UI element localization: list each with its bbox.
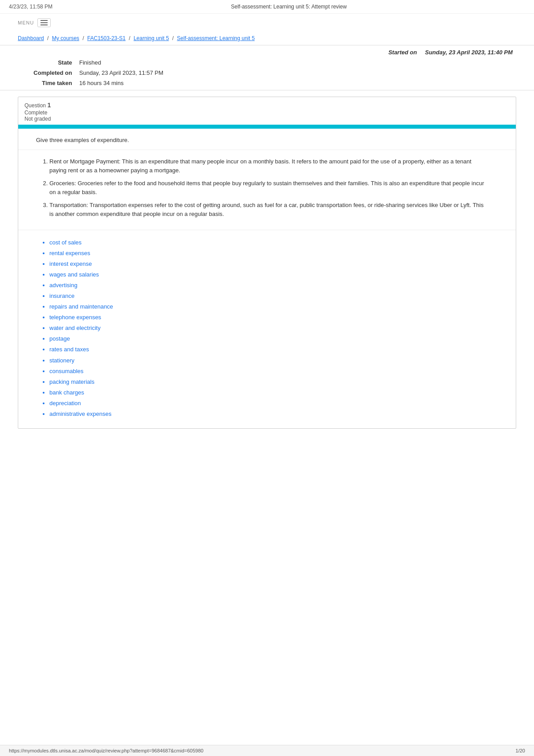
breadcrumb-mycourses[interactable]: My courses: [52, 35, 79, 41]
breadcrumb-self-assessment[interactable]: Self-assessment: Learning unit 5: [177, 35, 255, 41]
question-prompt: Give three examples of expenditure.: [18, 129, 516, 150]
breadcrumb-sep-3: /: [129, 35, 132, 41]
page-indicator: 1/20: [516, 748, 525, 753]
state-label: State: [18, 57, 76, 68]
list-item: interest expense: [49, 259, 498, 269]
menu-label: MENU: [18, 20, 34, 25]
correct-answers-list: cost of salesrental expensesinterest exp…: [49, 237, 498, 419]
top-bar-datetime: 4/23/23, 11:58 PM: [9, 4, 53, 10]
top-bar-title: Self-assessment: Learning unit 5: Attemp…: [53, 4, 525, 10]
question-grade: Not graded: [24, 116, 510, 122]
hamburger-menu-button[interactable]: [37, 18, 51, 27]
list-item: wages and salaries: [49, 269, 498, 280]
breadcrumb-course[interactable]: FAC1503-23-S1: [87, 35, 125, 41]
menu-bar: MENU: [0, 14, 534, 32]
list-item: packing materials: [49, 377, 498, 387]
list-item: rates and taxes: [49, 344, 498, 355]
list-item: Transportation: Transportation expenses …: [49, 201, 489, 218]
bottom-bar-url: https://mymodules.dtls.unisa.ac.za/mod/q…: [9, 748, 203, 753]
list-item: repairs and maintenance: [49, 301, 498, 312]
hamburger-line-1: [40, 20, 48, 21]
answer-section: Rent or Mortgage Payment: This is an exp…: [18, 150, 516, 230]
hamburger-line-2: [40, 22, 48, 23]
question-header: Question 1 Complete Not graded: [18, 97, 516, 126]
question-status: Complete: [24, 110, 510, 116]
question-number-label: Question 1: [24, 102, 510, 109]
time-taken-value: 16 hours 34 mins: [76, 78, 516, 88]
list-item: bank charges: [49, 387, 498, 398]
list-item: consumables: [49, 366, 498, 377]
completed-on-value: Sunday, 23 April 2023, 11:57 PM: [76, 68, 516, 78]
breadcrumb: Dashboard / My courses / FAC1503-23-S1 /…: [0, 32, 534, 45]
question-num: 1: [47, 102, 51, 109]
breadcrumb-sep-4: /: [172, 35, 175, 41]
top-bar: 4/23/23, 11:58 PM Self-assessment: Learn…: [0, 0, 534, 14]
question-1-box: Question 1 Complete Not graded Give thre…: [18, 97, 516, 429]
breadcrumb-dashboard[interactable]: Dashboard: [18, 35, 44, 41]
list-item: telephone expenses: [49, 312, 498, 323]
breadcrumb-unit[interactable]: Learning unit 5: [134, 35, 169, 41]
list-item: insurance: [49, 291, 498, 301]
breadcrumb-sep-1: /: [47, 35, 50, 41]
hamburger-line-3: [40, 24, 48, 25]
list-item: Groceries: Groceries refer to the food a…: [49, 179, 489, 196]
question-word: Question: [24, 102, 46, 109]
completed-on-label: Completed on: [18, 68, 76, 78]
state-value: Finished: [76, 57, 516, 68]
answer-list: Rent or Mortgage Payment: This is an exp…: [49, 157, 489, 218]
list-item: stationery: [49, 355, 498, 366]
attempt-info: Started on Sunday, 23 April 2023, 11:40 …: [0, 45, 534, 90]
correct-answers-section: cost of salesrental expensesinterest exp…: [18, 230, 516, 428]
list-item: cost of sales: [49, 237, 498, 248]
list-item: water and electricity: [49, 323, 498, 333]
list-item: advertising: [49, 280, 498, 291]
list-item: postage: [49, 333, 498, 344]
list-item: depreciation: [49, 398, 498, 409]
question-prompt-text: Give three examples of expenditure.: [36, 137, 129, 143]
list-item: rental expenses: [49, 248, 498, 259]
bottom-bar: https://mymodules.dtls.unisa.ac.za/mod/q…: [0, 745, 534, 756]
breadcrumb-sep-2: /: [82, 35, 85, 41]
started-on-row: Started on Sunday, 23 April 2023, 11:40 …: [18, 47, 516, 57]
time-taken-label: Time taken: [18, 78, 76, 88]
list-item: Rent or Mortgage Payment: This is an exp…: [49, 157, 489, 175]
list-item: administrative expenses: [49, 409, 498, 419]
